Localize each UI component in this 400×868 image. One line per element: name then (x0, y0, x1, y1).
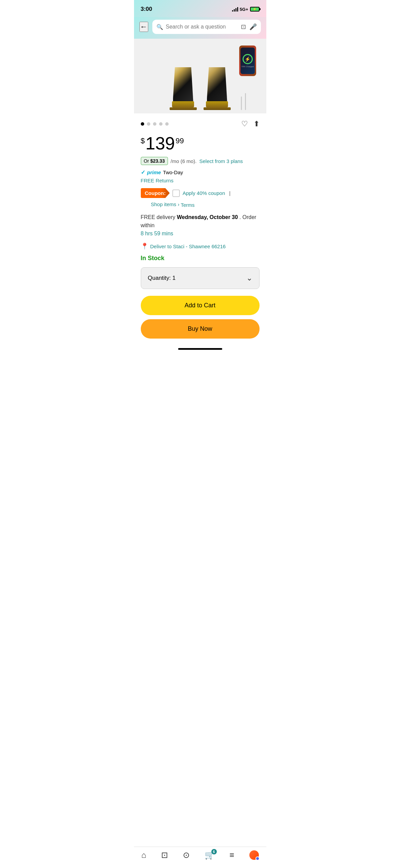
chevron-down-icon: ⌄ (246, 274, 252, 283)
carousel-section: ♡ ⬆ (134, 113, 266, 134)
terms-link[interactable]: Terms (181, 202, 195, 208)
price-cents: 99 (176, 137, 184, 145)
free-returns[interactable]: FREE Returns (141, 178, 260, 183)
add-to-cart-button[interactable]: Add to Cart (141, 296, 260, 315)
phone-device: ⚡ 70% Charged (239, 46, 256, 76)
prime-brand: prime (147, 169, 161, 175)
delivery-date: Wednesday, October 30 (177, 214, 238, 220)
battery-icon: ⚡ (250, 7, 260, 12)
location-icon: 📍 (141, 242, 148, 250)
delivery-prefix: FREE delivery (141, 214, 177, 220)
status-icons: 5G+ ⚡ (232, 7, 260, 12)
price-main: 139 (146, 134, 175, 152)
network-type: 5G+ (240, 7, 248, 12)
wishlist-icon[interactable]: ♡ (241, 120, 248, 128)
dot-5[interactable] (165, 122, 169, 126)
dot-4[interactable] (159, 122, 163, 126)
dot-1[interactable] (141, 122, 144, 126)
search-bar[interactable]: 🔍 ⊡ 🎤 (152, 20, 261, 34)
monthly-plan: Or $23.33 /mo (6 mo). Select from 3 plan… (141, 157, 260, 165)
delivery-countdown: 8 hrs 59 mins (141, 231, 173, 236)
coupon-section: Coupon: Apply 40% coupon | Shop items › … (141, 188, 260, 208)
select-plans-link[interactable]: Select from 3 plans (199, 158, 243, 164)
price-section: $ 139 99 (141, 134, 260, 152)
monthly-plan-badge: Or $23.33 (141, 157, 168, 165)
product-image-container: ⚡ 70% Charged (134, 39, 266, 113)
buy-now-button[interactable]: Buy Now (141, 319, 260, 339)
quantity-selector[interactable]: Quantity: 1 ⌄ (141, 267, 260, 289)
coupon-badge: Coupon: (141, 188, 170, 198)
back-button[interactable]: ← (139, 22, 148, 32)
dot-2[interactable] (147, 122, 150, 126)
search-actions: ⊡ 🎤 (241, 23, 257, 31)
search-input[interactable] (166, 24, 238, 30)
prime-delivery-text: Two-Day (163, 169, 183, 175)
prime-section: ✓ prime Two-Day (141, 169, 260, 176)
product-lamp-right (204, 67, 231, 110)
camera-search-icon[interactable]: ⊡ (241, 23, 246, 31)
share-icon[interactable]: ⬆ (253, 120, 260, 128)
product-info: $ 139 99 Or $23.33 /mo (6 mo). Select fr… (134, 134, 266, 345)
dot-3[interactable] (153, 122, 156, 126)
quantity-label: Quantity: (148, 275, 171, 281)
price-dollar-sign: $ (141, 137, 145, 145)
stock-status: In Stock (141, 255, 260, 262)
coupon-separator: | (228, 190, 230, 196)
deliver-to-text: Deliver to Staci - Shawnee 66216 (150, 243, 226, 249)
signal-icon (232, 7, 238, 12)
quantity-value: 1 (172, 275, 175, 281)
monthly-plan-text: /mo (6 mo). (171, 158, 197, 164)
status-bar: 3:00 5G+ ⚡ (134, 0, 266, 17)
carousel-dots (141, 122, 169, 126)
quantity-label-value: Quantity: 1 (148, 275, 176, 282)
prime-checkmark: ✓ (141, 169, 145, 176)
product-lamp-left (170, 67, 197, 110)
coupon-checkbox[interactable] (172, 189, 180, 197)
shop-items-link[interactable]: Shop items › (151, 201, 179, 207)
carousel-action-buttons: ♡ ⬆ (241, 120, 260, 128)
voice-search-icon[interactable]: 🎤 (249, 23, 257, 31)
search-area: ← 🔍 ⊡ 🎤 (134, 17, 266, 39)
deliver-to[interactable]: 📍 Deliver to Staci - Shawnee 66216 (141, 242, 260, 250)
search-icon: 🔍 (156, 24, 163, 30)
coupon-apply-link[interactable]: Apply 40% coupon (183, 190, 225, 196)
status-time: 3:00 (141, 6, 152, 13)
delivery-section: FREE delivery Wednesday, October 30 . Or… (141, 213, 260, 238)
